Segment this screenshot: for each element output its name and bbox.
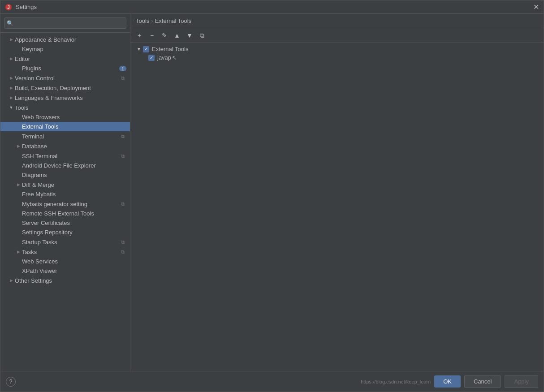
sidebar-item-editor[interactable]: ▶Editor (0, 54, 130, 64)
sidebar-item-label: Remote SSH External Tools (22, 210, 128, 217)
breadcrumb: Tools › External Tools (130, 14, 544, 28)
sidebar-item-label: Free Mybatis (22, 191, 128, 198)
arrow-icon: ▶ (8, 84, 15, 91)
sidebar-item-tasks[interactable]: ▶Tasks⧉ (0, 247, 130, 257)
arrow-icon: ▶ (15, 181, 22, 188)
arrow-icon: ▶ (8, 277, 15, 284)
sidebar-item-xpath-viewer[interactable]: XPath Viewer (0, 266, 130, 276)
title-bar: J Settings ✕ (0, 0, 544, 14)
sidebar-item-label: Keymap (22, 46, 128, 52)
sidebar-item-label: SSH Terminal (22, 153, 119, 159)
sidebar-item-keymap[interactable]: Keymap (0, 44, 130, 54)
copy-button[interactable]: ⧉ (197, 30, 207, 41)
badge: 1 (119, 66, 126, 71)
search-wrapper: 🔍 (4, 17, 126, 29)
sidebar-item-ssh-terminal[interactable]: SSH Terminal⧉ (0, 151, 130, 161)
copy-icon: ⧉ (119, 238, 126, 246)
sidebar-item-label: Diagrams (22, 172, 128, 178)
sidebar-item-remote-ssh[interactable]: Remote SSH External Tools (0, 209, 130, 218)
arrow-icon: ▶ (15, 248, 22, 255)
arrow-icon: ▶ (8, 94, 15, 101)
sidebar-item-label: Build, Execution, Deployment (15, 85, 128, 91)
search-input[interactable] (4, 17, 126, 29)
close-button[interactable]: ✕ (533, 4, 539, 11)
ok-button[interactable]: OK (434, 375, 461, 388)
toolbar: + − ✎ ▲ ▼ ⧉ (130, 28, 544, 43)
sidebar-item-web-services[interactable]: Web Services (0, 257, 130, 266)
javap-label: javap (157, 54, 171, 61)
sidebar-item-label: Mybatis generator setting (22, 201, 119, 207)
copy-icon: ⧉ (119, 248, 126, 255)
sidebar-item-startup-tasks[interactable]: Startup Tasks⧉ (0, 237, 130, 247)
sidebar-item-build[interactable]: ▶Build, Execution, Deployment (0, 83, 130, 93)
help-button[interactable]: ? (6, 377, 16, 387)
arrow-icon: ▶ (8, 55, 15, 62)
sidebar-item-free-mybatis[interactable]: Free Mybatis (0, 190, 130, 199)
group-checkbox[interactable]: ✓ (143, 46, 149, 52)
remove-button[interactable]: − (147, 30, 157, 41)
arrow-icon: ▶ (15, 142, 22, 150)
settings-window: J Settings ✕ 🔍 ▶Appearance & BehaviorKey… (0, 0, 544, 392)
copy-icon: ⧉ (119, 152, 126, 159)
sidebar-item-database[interactable]: ▶Database (0, 141, 130, 151)
cursor-indicator: ↖ (172, 55, 177, 61)
group-label: External Tools (152, 46, 188, 52)
window-title: Settings (16, 4, 37, 10)
sidebar-item-label: Settings Repository (22, 229, 128, 236)
sidebar-item-label: Android Device File Explorer (22, 162, 128, 169)
move-up-button[interactable]: ▲ (172, 30, 182, 41)
javap-checkbox[interactable]: ✓ (148, 55, 155, 61)
sidebar-tree: ▶Appearance & BehaviorKeymap▶EditorPlugi… (0, 33, 130, 371)
javap-item[interactable]: ✓ javap ↖ (134, 53, 540, 62)
sidebar-item-label: Appearance & Behavior (15, 36, 128, 43)
sidebar-item-label: Plugins (22, 65, 119, 72)
copy-icon: ⧉ (119, 133, 126, 140)
sidebar-item-version-control[interactable]: ▶Version Control⧉ (0, 73, 130, 83)
search-icon: 🔍 (7, 20, 13, 26)
content-tree: ▼ ✓ External Tools ✓ javap ↖ (130, 43, 544, 371)
bottom-right: https://blog.csdn.net/keep_learn OK Canc… (361, 375, 538, 388)
breadcrumb-external-tools: External Tools (155, 17, 191, 24)
edit-button[interactable]: ✎ (159, 30, 170, 41)
sidebar-item-android[interactable]: Android Device File Explorer (0, 161, 130, 170)
sidebar-item-web-browsers[interactable]: Web Browsers (0, 112, 130, 122)
sidebar-item-label: Tools (15, 104, 128, 111)
arrow-icon: ▼ (8, 104, 15, 111)
sidebar-item-other-settings[interactable]: ▶Other Settings (0, 276, 130, 285)
external-tools-group-item[interactable]: ▼ ✓ External Tools (134, 45, 540, 53)
sidebar-item-label: Server Certificates (22, 220, 128, 226)
sidebar-item-languages[interactable]: ▶Languages & Frameworks (0, 93, 130, 103)
cancel-button[interactable]: Cancel (464, 375, 501, 388)
sidebar-item-label: Database (22, 143, 128, 150)
sidebar-item-label: Editor (15, 56, 128, 62)
move-down-button[interactable]: ▼ (184, 30, 195, 41)
sidebar-item-label: Web Services (22, 258, 128, 265)
sidebar-item-external-tools[interactable]: External Tools (0, 122, 130, 131)
arrow-icon: ▶ (8, 36, 15, 43)
bottom-bar: ? https://blog.csdn.net/keep_learn OK Ca… (0, 371, 544, 392)
sidebar-item-tools[interactable]: ▼Tools (0, 103, 130, 112)
sidebar-item-label: External Tools (22, 123, 128, 130)
sidebar-item-terminal[interactable]: Terminal⧉ (0, 131, 130, 141)
search-box: 🔍 (0, 14, 130, 33)
sidebar-item-appearance[interactable]: ▶Appearance & Behavior (0, 34, 130, 44)
sidebar-item-label: Diff & Merge (22, 181, 128, 188)
sidebar-item-server-certs[interactable]: Server Certificates (0, 218, 130, 228)
sidebar-item-mybatis-gen[interactable]: Mybatis generator setting⧉ (0, 199, 130, 209)
sidebar-item-plugins[interactable]: Plugins1 (0, 64, 130, 73)
sidebar-item-diff-merge[interactable]: ▶Diff & Merge (0, 180, 130, 190)
expand-arrow-icon: ▼ (136, 47, 142, 52)
url-hint: https://blog.csdn.net/keep_learn (361, 379, 431, 384)
breadcrumb-tools: Tools (136, 17, 149, 24)
sidebar-item-label: Other Settings (15, 277, 128, 284)
sidebar-item-label: Languages & Frameworks (15, 95, 128, 101)
sidebar-item-label: Web Browsers (22, 114, 128, 121)
add-button[interactable]: + (134, 30, 145, 41)
sidebar-item-diagrams[interactable]: Diagrams (0, 170, 130, 180)
copy-icon: ⧉ (119, 74, 126, 82)
sidebar-item-settings-repo[interactable]: Settings Repository (0, 228, 130, 237)
main-content: 🔍 ▶Appearance & BehaviorKeymap▶EditorPlu… (0, 14, 544, 371)
copy-icon: ⧉ (119, 200, 126, 207)
sidebar-item-label: Startup Tasks (22, 239, 119, 246)
sidebar-item-label: XPath Viewer (22, 267, 128, 274)
